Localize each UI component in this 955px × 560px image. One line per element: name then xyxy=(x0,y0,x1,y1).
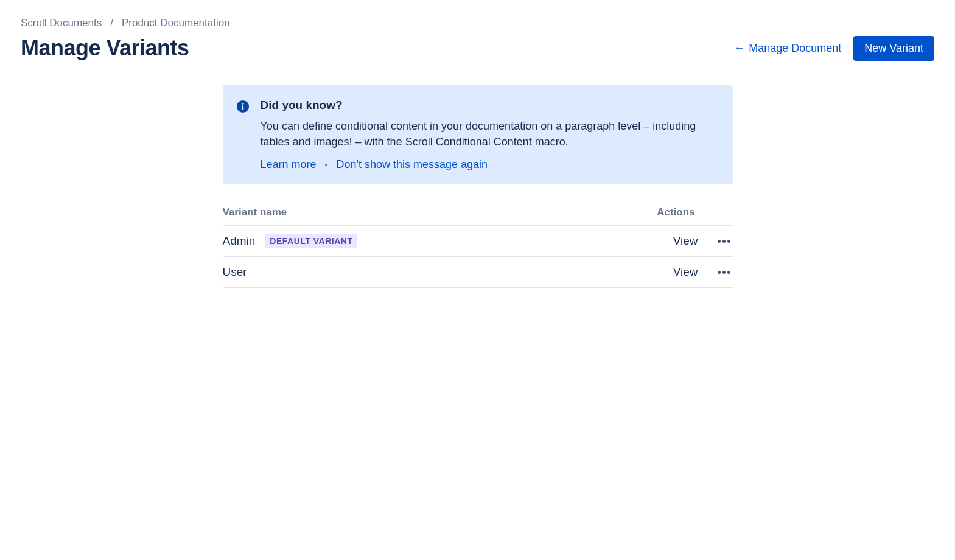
breadcrumb: Scroll Documents / Product Documentation xyxy=(21,17,934,29)
variant-name: Admin xyxy=(223,234,256,248)
table-row: Admin DEFAULT VARIANT View xyxy=(223,226,733,257)
row-left: User xyxy=(223,265,247,279)
view-link[interactable]: View xyxy=(673,234,698,248)
more-icon xyxy=(718,271,721,274)
info-content: Did you know? You can define conditional… xyxy=(261,99,717,171)
variant-name: User xyxy=(223,265,247,279)
info-icon xyxy=(236,100,250,113)
more-icon xyxy=(727,240,730,243)
svg-point-2 xyxy=(242,103,243,105)
default-variant-badge: DEFAULT VARIANT xyxy=(265,234,357,248)
column-header-actions: Actions xyxy=(657,206,732,219)
info-body: You can define conditional content in yo… xyxy=(261,118,717,150)
dismiss-info-link[interactable]: Don't show this message again xyxy=(336,158,488,171)
breadcrumb-item-product-documentation[interactable]: Product Documentation xyxy=(122,17,230,29)
learn-more-link[interactable]: Learn more xyxy=(261,158,317,171)
more-icon xyxy=(722,240,726,243)
svg-rect-1 xyxy=(242,105,243,110)
manage-document-link[interactable]: ← Manage Document xyxy=(734,42,841,55)
page-header: Manage Variants ← Manage Document New Va… xyxy=(21,35,934,61)
view-link[interactable]: View xyxy=(673,265,698,279)
more-actions-button[interactable] xyxy=(715,237,733,245)
more-icon xyxy=(722,271,726,274)
table-row: User View xyxy=(223,257,733,288)
header-actions: ← Manage Document New Variant xyxy=(734,36,934,61)
arrow-left-icon: ← xyxy=(734,43,745,54)
breadcrumb-separator: / xyxy=(110,17,113,29)
more-icon xyxy=(718,240,721,243)
table-header: Variant name Actions xyxy=(223,206,733,226)
more-icon xyxy=(727,271,730,274)
info-links: Learn more • Don't show this message aga… xyxy=(261,158,717,171)
breadcrumb-item-scroll-documents[interactable]: Scroll Documents xyxy=(21,17,102,29)
row-actions: View xyxy=(673,234,733,248)
link-separator: • xyxy=(325,160,328,170)
row-left: Admin DEFAULT VARIANT xyxy=(223,234,358,248)
new-variant-button[interactable]: New Variant xyxy=(853,36,934,61)
info-panel: Did you know? You can define conditional… xyxy=(223,85,733,184)
column-header-name: Variant name xyxy=(223,206,287,219)
page-title: Manage Variants xyxy=(21,35,189,61)
content-area: Did you know? You can define conditional… xyxy=(223,85,733,288)
manage-document-label: Manage Document xyxy=(749,42,841,55)
info-title: Did you know? xyxy=(261,99,717,112)
row-actions: View xyxy=(673,265,733,279)
more-actions-button[interactable] xyxy=(715,268,733,276)
variants-table: Variant name Actions Admin DEFAULT VARIA… xyxy=(223,206,733,288)
